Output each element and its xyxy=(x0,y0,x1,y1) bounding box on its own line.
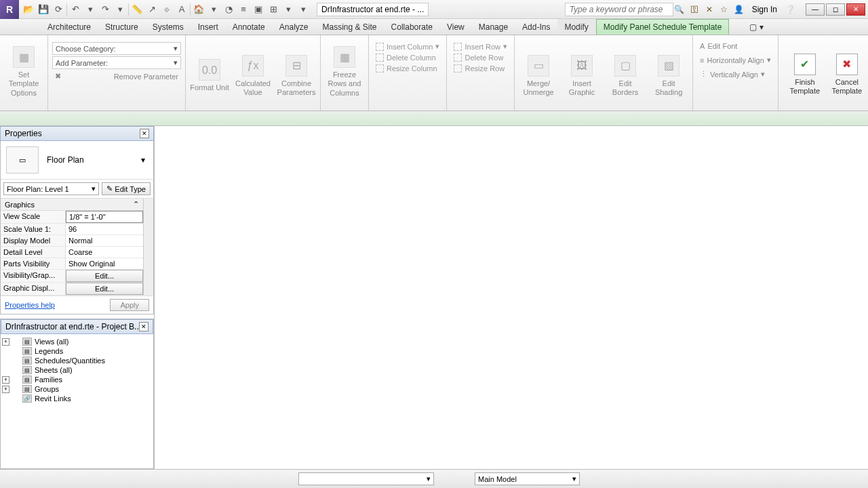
tree-node[interactable]: ▤Legends xyxy=(2,346,152,356)
ribbon-minimize-button[interactable]: ▢ ▾ xyxy=(743,19,770,35)
infocenter-search-icon[interactable]: 🔍 xyxy=(673,3,686,16)
tab-collaborate[interactable]: Collaborate xyxy=(384,19,440,35)
align-icon[interactable]: ↗ xyxy=(145,3,159,16)
tab-manage[interactable]: Manage xyxy=(472,19,515,35)
open-icon[interactable]: 📂 xyxy=(22,3,35,16)
drawing-canvas[interactable]: ↖ xyxy=(155,126,868,469)
tab-architecture[interactable]: Architecture xyxy=(41,19,98,35)
insert-row-button: Insert Row▾ xyxy=(454,42,507,51)
expand-icon[interactable]: + xyxy=(2,376,9,384)
properties-close-icon[interactable]: ✕ xyxy=(140,129,149,138)
properties-scrollbar[interactable] xyxy=(143,199,153,296)
3d-drop-icon[interactable]: ▾ xyxy=(207,3,220,16)
prop-label: Parts Visibility xyxy=(1,258,66,269)
node-icon: 🔗 xyxy=(22,394,32,403)
node-label: Sheets (all) xyxy=(35,366,73,374)
text-icon[interactable]: A xyxy=(175,3,189,16)
tree-node[interactable]: ▤Schedules/Quantities xyxy=(2,356,152,365)
undo-drop-icon[interactable]: ▾ xyxy=(83,3,97,16)
workset-combo[interactable]: ▾ xyxy=(298,472,434,485)
tab-massing-site[interactable]: Massing & Site xyxy=(316,19,384,35)
browser-close-icon[interactable]: ✕ xyxy=(139,322,149,331)
node-icon: ▤ xyxy=(22,357,32,365)
fx-icon: ƒx xyxy=(242,55,264,77)
node-icon: ▤ xyxy=(22,338,32,346)
prop-label: Display Model xyxy=(1,235,66,246)
save-icon[interactable]: 💾 xyxy=(37,3,50,16)
project-browser-header[interactable]: DrInfrastructor at end.rte - Project B..… xyxy=(1,319,153,334)
tree-node[interactable]: +▤Groups xyxy=(2,384,152,394)
insert-column-button: Insert Column▾ xyxy=(376,42,439,51)
tab-structure[interactable]: Structure xyxy=(98,19,146,35)
redo-icon[interactable]: ↷ xyxy=(98,3,112,16)
tree-node[interactable]: ▤Sheets (all) xyxy=(2,365,152,375)
expand-icon[interactable]: + xyxy=(2,386,9,393)
switch-drop-icon[interactable]: ▾ xyxy=(281,3,295,16)
set-template-options-button: ▦ Set Template Options xyxy=(4,38,43,106)
merge-unmerge-button: ▭Merge/ Unmerge xyxy=(519,42,558,110)
tree-node[interactable]: +▤Families xyxy=(2,375,152,384)
key-icon[interactable]: ⚿ xyxy=(688,3,701,16)
graphics-group-header[interactable]: Graphics⌃ xyxy=(1,199,143,211)
measure-icon[interactable]: 📏 xyxy=(130,3,144,16)
add-parameter-dropdown[interactable]: Add Parameter:▾ xyxy=(52,56,181,69)
sign-in-link[interactable]: Sign In xyxy=(748,5,781,14)
thin-icon[interactable]: ≡ xyxy=(237,3,250,16)
dim-icon[interactable]: ⟐ xyxy=(160,3,174,16)
choose-category-dropdown[interactable]: Choose Category:▾ xyxy=(52,42,181,55)
app-icon[interactable]: R xyxy=(0,0,19,19)
tab-systems[interactable]: Systems xyxy=(146,19,191,35)
undo-icon[interactable]: ↶ xyxy=(68,3,82,16)
help-icon[interactable]: ❔ xyxy=(784,3,796,16)
sync-icon[interactable]: ⟳ xyxy=(52,3,65,16)
instance-selector-dropdown[interactable]: Floor Plan: Level 1▾ xyxy=(3,182,99,195)
close-button[interactable]: ✕ xyxy=(846,3,865,16)
qat-custom-icon[interactable]: ▾ xyxy=(296,3,310,16)
prop-value[interactable]: Show Original xyxy=(66,258,143,269)
design-options-combo[interactable]: Main Model▾ xyxy=(475,472,580,485)
cancel-template-button[interactable]: ✖Cancel Template xyxy=(827,41,867,108)
prop-label: Scale Value 1: xyxy=(1,224,66,235)
tree-node[interactable]: 🔗Revit Links xyxy=(2,394,152,403)
tab-add-ins[interactable]: Add-Ins xyxy=(515,19,557,35)
prop-value[interactable]: Coarse xyxy=(66,247,143,258)
tab-modify[interactable]: Modify xyxy=(557,19,595,35)
switch-icon[interactable]: ⊞ xyxy=(267,3,280,16)
prop-value[interactable]: 1/8" = 1'-0" xyxy=(66,211,143,223)
prop-value[interactable]: Normal xyxy=(66,235,143,246)
3d-icon[interactable]: 🏠 xyxy=(192,3,205,16)
properties-panel-header[interactable]: Properties ✕ xyxy=(0,126,154,141)
calculated-value-button: ƒxCalculated Value xyxy=(233,42,273,110)
star-icon[interactable]: ☆ xyxy=(718,3,730,16)
maximize-button[interactable]: ◻ xyxy=(826,3,845,16)
properties-help-link[interactable]: Properties help xyxy=(5,301,55,309)
apply-button[interactable]: Apply xyxy=(110,299,149,311)
tab-analyze[interactable]: Analyze xyxy=(273,19,316,35)
edit-type-button[interactable]: ✎Edit Type xyxy=(102,182,151,195)
type-preview-icon: ▭ xyxy=(6,146,39,174)
format-unit-icon: 0.0 xyxy=(199,59,220,81)
exchange-icon[interactable]: ✕ xyxy=(703,3,715,16)
tab-view[interactable]: View xyxy=(440,19,472,35)
valign-icon: ⋮ xyxy=(700,70,707,79)
tab-annotate[interactable]: Annotate xyxy=(226,19,273,35)
tree-node[interactable]: +▤Views (all) xyxy=(2,337,152,346)
redo-drop-icon[interactable]: ▾ xyxy=(113,3,127,16)
node-icon: ▤ xyxy=(22,385,32,393)
combine-parameters-button: ⊟Combine Parameters xyxy=(277,42,316,110)
user-icon[interactable]: 👤 xyxy=(733,3,745,16)
search-input[interactable] xyxy=(565,3,673,16)
section-icon[interactable]: ◔ xyxy=(222,3,235,16)
prop-value[interactable]: Edit... xyxy=(66,270,143,282)
finish-template-button[interactable]: ✔Finish Template xyxy=(785,41,825,108)
collapse-icon[interactable]: ⌃ xyxy=(133,200,139,209)
minimize-button[interactable]: — xyxy=(806,3,825,16)
type-selector-dropdown[interactable]: Floor Plan▾ xyxy=(44,152,148,167)
tab-insert[interactable]: Insert xyxy=(191,19,226,35)
close-hidden-icon[interactable]: ▣ xyxy=(252,3,265,16)
tab-modify-panel-schedule-template[interactable]: Modify Panel Schedule Template xyxy=(596,19,730,35)
vertical-align-button: ⋮Vertically Align▾ xyxy=(700,70,771,79)
prop-value[interactable]: Edit... xyxy=(66,283,143,295)
prop-value[interactable]: 96 xyxy=(66,224,143,235)
expand-icon[interactable]: + xyxy=(2,338,9,346)
